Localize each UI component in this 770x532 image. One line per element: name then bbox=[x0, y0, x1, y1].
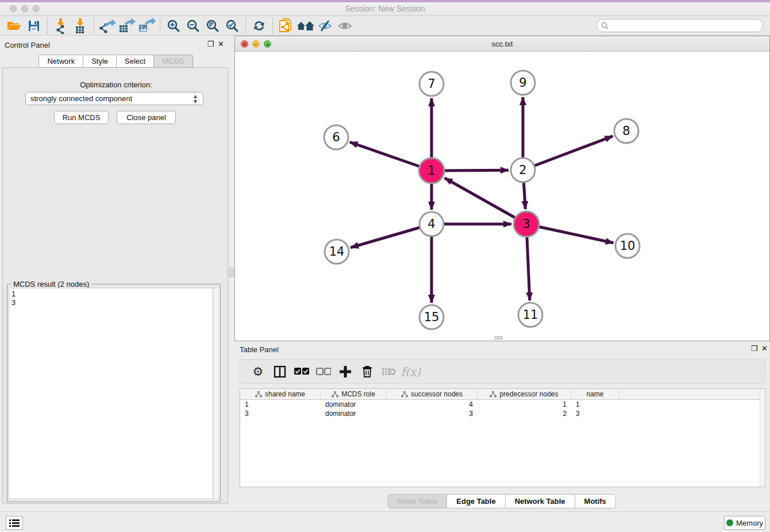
toolbar-separator bbox=[272, 18, 273, 33]
table-row[interactable]: 1dominator411 bbox=[240, 400, 765, 409]
vertical-splitter-handle[interactable] bbox=[229, 268, 234, 277]
import-table-icon[interactable] bbox=[71, 17, 90, 34]
table-panel-close-button[interactable]: ✕ bbox=[761, 345, 768, 353]
close-panel-button[interactable]: Close panel bbox=[117, 111, 176, 124]
tab-network[interactable]: Network bbox=[38, 55, 83, 68]
network-hscroll-handle[interactable] bbox=[495, 336, 503, 340]
table-header-row: shared nameMCDS rolesuccessor nodesprede… bbox=[240, 389, 765, 400]
zoom-fit-icon[interactable] bbox=[203, 17, 222, 34]
table-row[interactable]: 3dominator323 bbox=[240, 409, 765, 418]
mcds-result-scrollbar[interactable] bbox=[213, 288, 219, 499]
new-network-file-icon[interactable] bbox=[276, 17, 296, 34]
table-cell[interactable]: 1 bbox=[571, 400, 619, 409]
select-stepper-icon: ▲▼ bbox=[192, 94, 198, 104]
zoom-in-icon[interactable] bbox=[164, 17, 183, 34]
graph-edge-3-1[interactable] bbox=[445, 178, 526, 224]
table-cell[interactable]: 2 bbox=[478, 409, 571, 418]
zoom-selected-icon[interactable] bbox=[222, 17, 242, 34]
column-label: MCDS role bbox=[341, 390, 375, 398]
export-table-icon[interactable] bbox=[117, 17, 137, 34]
table-cell[interactable]: dominator bbox=[321, 400, 387, 409]
control-panel-tabbar: NetworkStyleSelectMCDS bbox=[0, 55, 232, 68]
open-folder-icon[interactable] bbox=[5, 17, 24, 34]
gear-icon[interactable]: ⚙ bbox=[247, 361, 269, 382]
graph-node-label-15: 15 bbox=[424, 310, 440, 324]
hide-graphics-icon[interactable] bbox=[315, 17, 335, 34]
control-panel-float-button[interactable]: ❒ bbox=[207, 41, 214, 48]
memory-status-icon bbox=[726, 519, 733, 526]
window-accent-strip bbox=[0, 0, 770, 2]
graph-node-label-10: 10 bbox=[620, 239, 636, 253]
add-icon[interactable] bbox=[334, 361, 356, 382]
graph-edge-2-8[interactable] bbox=[523, 136, 613, 170]
toolbar-separator bbox=[160, 18, 160, 33]
tab-select[interactable]: Select bbox=[116, 55, 154, 68]
control-panel-close-button[interactable]: ✕ bbox=[217, 41, 225, 48]
table-panel-float-button[interactable]: ❒ bbox=[750, 345, 758, 353]
run-mcds-label: Run MCDS bbox=[63, 113, 101, 122]
mcds-result-text: 1 3 bbox=[9, 288, 213, 499]
application-window: Session: New Session Control Panel ❒ ✕ N… bbox=[0, 0, 770, 532]
toolbar-separator bbox=[245, 18, 246, 33]
export-image-icon[interactable] bbox=[137, 17, 156, 34]
tab-edge-table[interactable]: Edge Table bbox=[446, 494, 505, 508]
table-cell[interactable]: 3 bbox=[571, 409, 619, 418]
search-box[interactable] bbox=[596, 19, 763, 32]
refresh-icon[interactable] bbox=[249, 17, 269, 34]
window-title: Session: New Session bbox=[0, 4, 770, 13]
import-network-icon[interactable] bbox=[51, 17, 71, 34]
column-header-MCDS-role[interactable]: MCDS role bbox=[321, 389, 387, 399]
graph-node-label-8: 8 bbox=[622, 124, 630, 138]
node-table: shared nameMCDS rolesuccessor nodesprede… bbox=[240, 388, 765, 487]
tab-mcds[interactable]: MCDS bbox=[153, 55, 192, 68]
table-cell[interactable]: 1 bbox=[478, 400, 571, 409]
memory-label: Memory bbox=[736, 519, 763, 527]
table-panel-title: Table Panel bbox=[240, 345, 279, 354]
table-scrollbar[interactable] bbox=[760, 389, 765, 487]
tab-node-table[interactable]: Node Table bbox=[388, 494, 447, 508]
network-frame-title: scc.txt bbox=[235, 40, 769, 48]
task-history-button[interactable] bbox=[6, 516, 23, 530]
table-cell[interactable]: 3 bbox=[240, 409, 321, 418]
list-icon bbox=[9, 519, 20, 527]
tab-style[interactable]: Style bbox=[83, 55, 117, 68]
select-all-icon[interactable] bbox=[291, 361, 313, 382]
column-type-icon bbox=[255, 391, 262, 398]
column-header-name[interactable]: name bbox=[571, 389, 619, 399]
graph-node-label-3: 3 bbox=[522, 217, 530, 231]
run-mcds-button[interactable]: Run MCDS bbox=[54, 111, 109, 124]
search-input[interactable] bbox=[611, 21, 763, 30]
table-cell[interactable]: dominator bbox=[321, 409, 387, 418]
export-network-icon[interactable] bbox=[98, 17, 117, 34]
table-cell[interactable]: 3 bbox=[387, 409, 478, 418]
criterion-select[interactable]: strongly connected component ▲▼ bbox=[25, 92, 203, 105]
tab-network-table[interactable]: Network Table bbox=[505, 494, 575, 508]
table-cell[interactable]: 1 bbox=[240, 400, 321, 409]
home-icon[interactable] bbox=[296, 17, 315, 34]
optimization-criterion-label: Optimization criterion: bbox=[0, 80, 232, 89]
criterion-value: strongly connected component bbox=[30, 94, 132, 103]
graph-node-label-2: 2 bbox=[519, 163, 526, 177]
save-icon[interactable] bbox=[24, 17, 44, 34]
tab-motifs[interactable]: Motifs bbox=[575, 494, 616, 508]
network-canvas[interactable]: 1234678910111415 bbox=[235, 52, 769, 337]
column-header-predecessor-nodes[interactable]: predecessor nodes bbox=[478, 389, 571, 399]
main-toolbar bbox=[0, 16, 770, 36]
graph-node-label-1: 1 bbox=[428, 164, 435, 178]
column-label: name bbox=[586, 390, 603, 398]
delete-icon[interactable] bbox=[356, 361, 378, 382]
show-graphics-icon[interactable] bbox=[335, 17, 355, 34]
columns-icon[interactable] bbox=[269, 361, 291, 382]
zoom-out-icon[interactable] bbox=[183, 17, 203, 34]
close-panel-label: Close panel bbox=[126, 113, 166, 122]
column-header-successor-nodes[interactable]: successor nodes bbox=[387, 389, 478, 399]
column-label: predecessor nodes bbox=[499, 390, 558, 398]
control-panel-header: Control Panel ❒ ✕ bbox=[0, 36, 232, 54]
table-cell[interactable]: 4 bbox=[387, 400, 478, 409]
deselect-all-icon[interactable] bbox=[313, 361, 334, 382]
column-type-icon bbox=[490, 391, 496, 398]
column-header-shared-name[interactable]: shared name bbox=[240, 389, 321, 399]
delete-table-icon bbox=[378, 361, 400, 382]
memory-button[interactable]: Memory bbox=[724, 516, 765, 530]
graph-node-label-14: 14 bbox=[329, 245, 345, 259]
